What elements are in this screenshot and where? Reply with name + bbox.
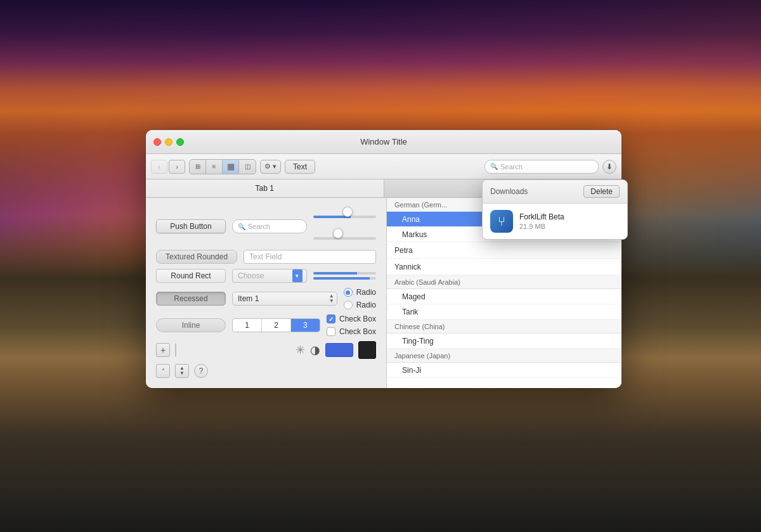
progress-bar-1 [313, 272, 377, 275]
push-button[interactable]: Push Button [156, 219, 226, 233]
list-item-petra[interactable]: Petra [387, 242, 621, 259]
list-view-button[interactable]: ≡ [206, 160, 223, 174]
radio-2[interactable]: Radio [344, 301, 376, 309]
forward-button[interactable]: › [169, 160, 185, 174]
nav-buttons: ‹ › [151, 160, 185, 174]
choose-label: Choose [238, 271, 264, 280]
segment-1[interactable]: 1 [233, 319, 262, 332]
list-group-chinese: Chinese (China) [387, 320, 621, 334]
spinner-icon: ✳ [296, 343, 305, 357]
back-button[interactable]: ‹ [151, 160, 167, 174]
window: Window Title ‹ › ⊞ ≡ ▦ ◫ ⚙ [146, 130, 621, 388]
column-icon: ▦ [227, 162, 235, 171]
gear-button[interactable]: ⚙ ▾ [260, 160, 281, 174]
icon-row: ✳ ◑ [296, 341, 376, 359]
radio-1[interactable]: Radio [344, 288, 376, 297]
list-item-sinji[interactable]: Sin-Ji [387, 363, 621, 378]
recessed-row: Recessed Item 1 ▲ ▼ Radio [156, 288, 376, 309]
group-chinese-label: Chinese (China) [394, 323, 445, 330]
traffic-lights [153, 138, 184, 146]
recessed-button[interactable]: Recessed [156, 292, 226, 306]
close-button[interactable] [153, 138, 161, 146]
sliders-area [313, 208, 377, 245]
textured-rounded-label: Textured Rounded [156, 250, 237, 264]
segment-3[interactable]: 3 [291, 319, 320, 332]
download-info: ForklLift Beta 21.9 MB [519, 212, 564, 230]
slider-thumb-1[interactable] [342, 207, 353, 217]
up-arrow-icon: ˄ [162, 368, 165, 375]
text-button[interactable]: Text [285, 160, 315, 174]
inline-button[interactable]: Inline [156, 318, 226, 332]
list-item-yannick[interactable]: Yannick [387, 259, 621, 275]
slider-track-2 [313, 237, 377, 240]
minimize-button[interactable] [165, 138, 172, 146]
radio-dot-1 [346, 290, 350, 295]
up-arrow-button[interactable]: ˄ [156, 364, 170, 378]
checkbox-1-label: Check Box [339, 315, 376, 323]
cover-view-button[interactable]: ◫ [239, 160, 256, 174]
download-size: 21.9 MB [519, 223, 564, 230]
stepper-down-icon: ▼ [179, 371, 185, 376]
column-view-button[interactable]: ▦ [223, 160, 239, 174]
list-item-tarik[interactable]: Tarik [387, 304, 621, 320]
search-placeholder: Search [500, 163, 523, 171]
item-dropdown[interactable]: Item 1 ▲ ▼ [232, 292, 337, 306]
radio-circle-2 [344, 301, 353, 309]
gear-icon: ⚙ [264, 162, 271, 171]
maximize-button[interactable] [176, 138, 184, 146]
textured-rounded-row: Textured Rounded Text Field [156, 250, 376, 264]
grid-view-button[interactable]: ⊞ [190, 160, 206, 174]
checkmark-icon: ✓ [328, 316, 334, 323]
item-sinji-label: Sin-Ji [402, 366, 421, 375]
segment-2[interactable]: 2 [262, 319, 291, 332]
radio-2-label: Radio [356, 301, 376, 309]
group-japanese-label: Japanese (Japan) [394, 352, 450, 360]
checkbox-box-2 [327, 327, 335, 336]
window-title: Window Title [360, 137, 407, 146]
choose-dropdown[interactable]: Choose ▾ [232, 269, 307, 283]
slider-1[interactable] [313, 211, 377, 223]
list-group-arabic: Arabic (Saudi Arabia) [387, 275, 621, 289]
slider-thumb-2[interactable] [333, 228, 343, 238]
item-petra-label: Petra [394, 246, 413, 255]
download-name: ForklLift Beta [519, 212, 564, 221]
list-group-japanese: Japanese (Japan) [387, 349, 621, 363]
round-rect-button[interactable]: Round Rect [156, 269, 226, 283]
plus-button[interactable]: + [156, 343, 170, 357]
checkbox-group: ✓ Check Box Check Box [327, 315, 376, 336]
view-buttons: ⊞ ≡ ▦ ◫ [189, 159, 256, 174]
toolbar: ‹ › ⊞ ≡ ▦ ◫ ⚙ ▾ Text 🔍 S [146, 154, 621, 179]
list-item-tingting[interactable]: Ting-Ting [387, 334, 621, 349]
plus-field[interactable] [175, 343, 176, 357]
color-well-black[interactable] [358, 341, 376, 359]
download-icon: ⬇ [606, 162, 613, 171]
contrast-icon: ◑ [310, 343, 320, 357]
push-button-row: Push Button 🔍 Search [156, 208, 376, 245]
slider-2[interactable] [313, 232, 377, 245]
checkbox-box-1: ✓ [327, 315, 335, 323]
fork-icon: ⑂ [498, 214, 505, 229]
checkbox-2[interactable]: Check Box [327, 327, 376, 336]
stepper-arrows-icon: ▲ ▼ [329, 294, 334, 304]
gear-arrow-icon: ▾ [273, 162, 276, 171]
search-field[interactable]: 🔍 Search [232, 219, 307, 233]
color-well-blue[interactable] [325, 343, 353, 357]
radio-1-label: Radio [356, 288, 376, 297]
action-button[interactable]: ⬇ [602, 160, 616, 174]
list-item-maged[interactable]: Maged [387, 289, 621, 304]
title-bar: Window Title [146, 130, 621, 154]
toolbar-search[interactable]: 🔍 Search [485, 160, 599, 174]
checkbox-1[interactable]: ✓ Check Box [327, 315, 376, 323]
small-buttons: ˄ ▲ ▼ ? [156, 364, 208, 378]
help-button[interactable]: ? [194, 364, 208, 378]
delete-button[interactable]: Delete [583, 185, 620, 198]
stepper-button[interactable]: ▲ ▼ [175, 364, 189, 378]
tab-1[interactable]: Tab 1 [146, 179, 384, 197]
item-anna-label: Anna [402, 215, 420, 224]
segmented-control: 1 2 3 [232, 318, 320, 332]
item-markus-label: Markus [402, 230, 427, 239]
item-tingting-label: Ting-Ting [402, 337, 434, 346]
text-field[interactable]: Text Field [244, 250, 376, 264]
bottom-row-2: ˄ ▲ ▼ ? [156, 364, 376, 378]
search-placeholder-text: Search [248, 223, 270, 230]
